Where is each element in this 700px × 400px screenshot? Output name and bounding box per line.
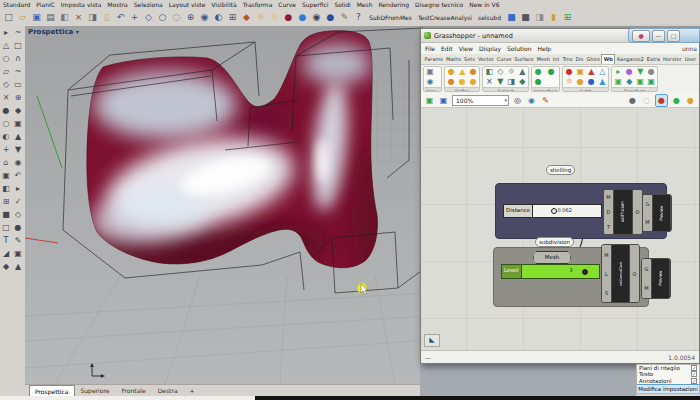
ribbon-component-icon[interactable]: ● — [457, 77, 467, 87]
palette-tool-icon[interactable]: ◆ — [12, 104, 24, 117]
preview2-body[interactable]: Preview — [651, 259, 670, 298]
properties-icon[interactable]: ◧ — [58, 11, 71, 24]
wbcatmullclark-body[interactable]: wbCatmullClark — [611, 245, 630, 302]
gh-save-icon[interactable]: ▣ — [438, 95, 449, 106]
palette-tool-icon[interactable]: ◉ — [12, 156, 24, 169]
gh-new-file-icon[interactable]: ▣ — [424, 95, 435, 106]
palette-tool-icon[interactable]: ▣ — [0, 169, 12, 182]
palette-tool-icon[interactable]: ▱ — [0, 65, 12, 78]
palette-tool-icon[interactable]: ▸ — [12, 182, 24, 195]
grasshopper-menu-item[interactable]: View — [459, 45, 473, 52]
grasshopper-tab[interactable]: Horster — [662, 55, 684, 64]
rotate-view-icon[interactable]: ◐ — [212, 11, 225, 24]
zoom-extents-icon[interactable]: ◎ — [512, 95, 523, 106]
zoom-selected-icon[interactable]: ◉ — [198, 11, 211, 24]
palette-tool-icon[interactable]: □ — [0, 221, 12, 234]
ribbon-group-label[interactable]: Transform — [612, 87, 657, 92]
menu-item[interactable]: Mostra — [107, 1, 127, 8]
ribbon-component-icon[interactable]: ● — [624, 67, 634, 77]
menu-item[interactable]: Disegno tecnico — [415, 1, 463, 8]
sphere-dark-icon[interactable]: ◉ — [310, 11, 323, 24]
grasshopper-tab[interactable]: Dis — [574, 55, 585, 64]
ribbon-component-icon[interactable]: ☼ — [564, 77, 574, 87]
sketch-pen-icon[interactable]: ✎ — [540, 95, 551, 106]
ribbon-component-icon[interactable]: ● — [586, 77, 596, 87]
palette-tool-icon[interactable]: ✓ — [12, 195, 24, 208]
palette-tool-icon[interactable]: ~ — [12, 65, 24, 78]
grasshopper-tab[interactable]: Int — [551, 55, 561, 64]
preview2-inputs[interactable]: G M — [642, 259, 651, 298]
ribbon-component-icon[interactable]: ● — [533, 77, 543, 87]
input-m[interactable]: M — [602, 252, 611, 258]
checkbox-checked[interactable]: ✓ — [691, 371, 697, 377]
palette-tool-icon[interactable]: × — [0, 91, 12, 104]
palette-tool-icon[interactable]: ▼ — [12, 143, 24, 156]
palette-tool-icon[interactable]: ~ — [12, 26, 24, 39]
palette-tool-icon[interactable]: △ — [0, 39, 12, 52]
ribbon-component-icon[interactable]: ▲ — [457, 67, 467, 77]
cut-icon[interactable]: × — [72, 11, 85, 24]
wbthicken-output[interactable]: O — [633, 190, 642, 234]
preview-shaded-icon[interactable]: ● — [655, 94, 668, 107]
ribbon-component-icon[interactable]: ▲ — [517, 67, 527, 77]
ribbon-component-icon[interactable]: ▼ — [635, 67, 645, 77]
wbcatmullclark-output[interactable]: O — [630, 245, 639, 302]
ribbon-component-icon[interactable]: ▼ — [495, 77, 505, 87]
modify-settings-button[interactable]: Modifica impostazioni — [637, 384, 699, 393]
grasshopper-tab[interactable]: Mesh — [535, 55, 551, 64]
grasshopper-menu-item[interactable]: File — [425, 45, 435, 52]
restore-button[interactable]: ▢ — [667, 30, 680, 42]
pan-icon[interactable]: + — [128, 11, 141, 24]
level-slider-knob[interactable] — [582, 269, 588, 275]
ribbon-component-icon[interactable]: ◉ — [425, 77, 435, 87]
preview1-inputs[interactable]: G M — [643, 195, 652, 231]
shaded-sphere-icon[interactable]: ● — [282, 11, 295, 24]
grasshopper-tab[interactable]: Ghiro — [585, 55, 601, 64]
ribbon-component-icon[interactable]: ● — [646, 67, 656, 77]
ribbon-component-icon[interactable]: ● — [446, 77, 456, 87]
palette-tool-icon[interactable]: ● — [12, 221, 24, 234]
palette-tool-icon[interactable]: □ — [12, 39, 24, 52]
undo-icon[interactable]: ↶ — [114, 11, 127, 24]
grasshopper-tab[interactable]: Sets — [463, 55, 477, 64]
palette-tool-icon[interactable]: ▣ — [12, 247, 24, 260]
hide-icon[interactable]: ☼ — [254, 11, 267, 24]
ribbon-component-icon[interactable]: ▣ — [575, 67, 585, 77]
palette-tool-icon[interactable]: ⊕ — [12, 91, 24, 104]
window-icon-button[interactable]: ● — [632, 30, 650, 42]
ribbon-component-icon[interactable]: ◇ — [495, 67, 505, 77]
ribbon-component-icon[interactable]: ◆ — [517, 77, 527, 87]
preview-component-shelling[interactable]: G M Preview — [642, 194, 672, 232]
palette-tool-icon[interactable]: ○ — [0, 117, 12, 130]
ribbon-component-icon[interactable]: ▲ — [586, 67, 596, 77]
menu-item[interactable]: Seleziona — [134, 1, 163, 8]
wbcatmullclark-inputs[interactable]: M L S — [602, 245, 611, 302]
palette-tool-icon[interactable]: ▣ — [12, 117, 24, 130]
ribbon-component-icon[interactable]: ▣ — [646, 77, 656, 87]
ribbon-component-icon[interactable]: ◧ — [484, 67, 494, 77]
input-m[interactable]: M — [642, 285, 651, 291]
palette-tool-icon[interactable]: T — [0, 234, 12, 247]
background-window-fragment[interactable]: ● — ▢ — [628, 28, 700, 43]
zoom-window-icon[interactable]: ◌ — [170, 11, 183, 24]
ribbon-group-label[interactable]: Crea.. — [424, 87, 441, 92]
grasshopper-tab[interactable]: Vector — [476, 55, 495, 64]
help-icon[interactable]: ? — [352, 11, 365, 24]
palette-tool-icon[interactable]: ∩ — [12, 52, 24, 65]
zoom-level-select[interactable]: 100% ▾ — [452, 95, 509, 106]
ribbon-component-icon[interactable]: ● — [564, 67, 574, 77]
level-slider[interactable]: Level 3 — [501, 264, 600, 279]
mesh-param[interactable]: Mesh — [533, 251, 571, 264]
tools-yellow-icon[interactable]: ▮ — [547, 11, 560, 24]
checkbox-checked[interactable]: ✓ — [691, 378, 697, 384]
wbthicken-component[interactable]: M D T wbThicken O — [603, 189, 643, 235]
print-icon[interactable]: ▤ — [44, 11, 57, 24]
grasshopper-canvas[interactable]: shelling subdivision Distance 0.062 M D … — [421, 108, 699, 350]
menu-item[interactable]: Curve — [278, 1, 296, 8]
preview-wire-icon[interactable]: ◌ — [641, 95, 652, 106]
minimize-button[interactable]: — — [652, 30, 665, 42]
toolbar-text-button[interactable]: selsubd — [478, 14, 501, 21]
grasshopper-tab[interactable]: Kangaroo2 — [615, 55, 645, 64]
solver-orange-icon[interactable]: ● — [685, 95, 696, 106]
menu-item[interactable]: Superfici — [302, 1, 328, 8]
